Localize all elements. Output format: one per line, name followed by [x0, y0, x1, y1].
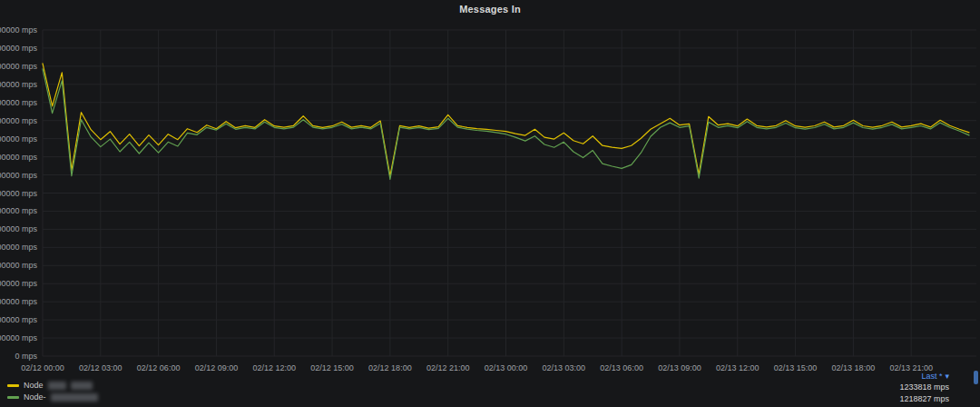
x-axis-tick-label: 02/13 00:00	[485, 363, 528, 372]
legend-scrollbar-thumb[interactable]	[974, 371, 978, 384]
y-axis-tick-label: 1700000 mps	[0, 44, 37, 53]
y-axis-tick-label: 400000 mps	[0, 279, 37, 288]
x-axis-tick-label: 02/12 06:00	[137, 363, 181, 372]
x-axis-tick-label: 02/12 09:00	[195, 363, 239, 372]
y-axis-tick-label: 1300000 mps	[0, 116, 37, 125]
x-axis-tick-label: 02/13 06:00	[600, 363, 643, 372]
y-axis-tick-label: 1200000 mps	[0, 134, 37, 144]
timeseries-chart[interactable]: 0 mps100000 mps200000 mps300000 mps40000…	[0, 0, 980, 407]
legend-item-yellow[interactable]: Node	[7, 381, 93, 390]
x-axis-tick-label: 02/12 12:00	[252, 363, 296, 372]
y-axis-tick-label: 1400000 mps	[0, 98, 37, 107]
y-axis-tick-label: 1800000 mps	[0, 25, 37, 35]
y-axis-tick-label: 1100000 mps	[0, 153, 37, 162]
y-axis-tick-label: 100000 mps	[0, 333, 37, 342]
y-axis-tick-label: 0 mps	[15, 352, 37, 361]
y-axis-tick-label: 200000 mps	[0, 315, 37, 324]
legend-last-column-header[interactable]: Last * ▾	[921, 372, 949, 381]
y-axis-tick-label: 1600000 mps	[0, 62, 37, 71]
legend-last-value-green: 1218827 mps	[899, 394, 949, 403]
x-axis-tick-label: 02/13 18:00	[832, 363, 876, 372]
y-axis-tick-label: 700000 mps	[0, 224, 37, 233]
legend-series-label[interactable]: Node	[24, 381, 44, 390]
legend-item-green[interactable]: Node-	[7, 392, 98, 402]
x-axis-tick-label: 02/12 00:00	[21, 363, 64, 372]
legend-series-name-redacted	[51, 393, 98, 402]
y-axis-tick-label: 600000 mps	[0, 243, 37, 252]
y-axis-tick-label: 800000 mps	[0, 206, 37, 215]
y-axis-tick-label: 1000000 mps	[0, 171, 37, 180]
x-axis-tick-label: 02/12 21:00	[426, 363, 470, 372]
x-axis-tick-label: 02/13 15:00	[774, 363, 818, 372]
x-axis-tick-label: 02/13 03:00	[543, 363, 586, 372]
y-axis-tick-label: 300000 mps	[0, 297, 37, 306]
x-axis-tick-label: 02/13 09:00	[658, 363, 701, 372]
x-axis-tick-label: 02/12 18:00	[368, 363, 412, 372]
y-axis-tick-label: 500000 mps	[0, 261, 37, 270]
sort-caret-icon: ▾	[945, 372, 949, 381]
grafana-panel: Messages In 0 mps100000 mps200000 mps300…	[0, 0, 980, 407]
y-axis-tick-label: 900000 mps	[0, 189, 37, 198]
series-color-swatch-green	[7, 396, 19, 399]
series-color-swatch-yellow	[7, 384, 19, 387]
legend-series-name-redacted	[71, 382, 93, 390]
y-axis-tick-label: 1500000 mps	[0, 80, 37, 89]
legend-last-column-header-label[interactable]: Last *	[921, 372, 942, 381]
x-axis-tick-label: 02/13 12:00	[716, 363, 760, 372]
legend-last-value-yellow: 1233818 mps	[899, 382, 949, 392]
x-axis-tick-label: 02/12 03:00	[79, 363, 122, 372]
legend-series-name-redacted	[48, 382, 66, 390]
legend-series-label[interactable]: Node-	[24, 392, 46, 402]
x-axis-tick-label: 02/12 15:00	[310, 363, 354, 372]
